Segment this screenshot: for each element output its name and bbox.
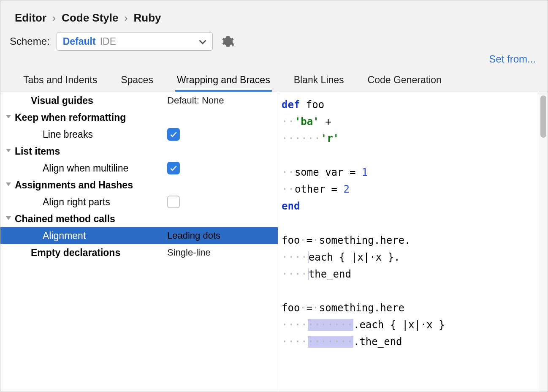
chevron-right-icon: › [52,12,56,24]
scheme-label: Scheme: [10,35,50,47]
tab-spaces[interactable]: Spaces [119,69,155,92]
tab-blank-lines[interactable]: Blank Lines [292,69,346,92]
breadcrumb-ruby[interactable]: Ruby [133,11,161,24]
body: Visual guides Default: None Keep when re… [0,92,548,392]
assignments-hashes-label: Assignments and Hashes [12,180,133,191]
settings-tree: Visual guides Default: None Keep when re… [0,92,278,392]
line-breaks-checkbox[interactable] [167,128,180,141]
alignment-value[interactable]: Leading dots [167,230,273,241]
empty-declarations-label: Empty declarations [12,247,120,259]
keep-reformatting-label: Keep when reformatting [12,112,126,123]
row-chained-method-calls[interactable]: Chained method calls [0,210,278,227]
alignment-label: Alignment [12,230,86,242]
visual-guides-label: Visual guides [12,95,93,106]
row-empty-declarations[interactable]: Empty declarations Single-line [0,244,278,261]
caret-down-icon [0,216,12,221]
row-visual-guides[interactable]: Visual guides Default: None [0,92,278,109]
caret-down-icon [0,182,12,188]
tab-tabs-indents[interactable]: Tabs and Indents [22,69,99,92]
scheme-scope: IDE [100,36,116,47]
align-right-parts-label: Align right parts [12,196,110,208]
tabs: Tabs and Indents Spaces Wrapping and Bra… [0,69,548,92]
preview-pane: def foo ··'ba' + ······'r' ··some_var = … [278,92,548,392]
svg-marker-2 [6,149,11,152]
row-alignment[interactable]: Alignment Leading dots [0,227,278,244]
chevron-right-icon: › [124,12,128,24]
align-multiline-label: Align when multiline [12,163,128,174]
breadcrumb-code-style[interactable]: Code Style [62,11,118,24]
row-line-breaks[interactable]: Line breaks [0,126,278,143]
row-list-items[interactable]: List items [0,143,278,160]
alignment-highlight: ······· [308,336,353,348]
align-right-parts-checkbox[interactable] [167,196,180,208]
chained-method-calls-label: Chained method calls [12,213,115,225]
svg-marker-3 [6,182,11,186]
svg-marker-1 [6,115,11,118]
scheme-select[interactable]: Default IDE [57,32,213,51]
settings-window: Editor › Code Style › Ruby Scheme: Defau… [0,0,548,392]
caret-down-icon [0,115,12,120]
set-from-link[interactable]: Set from... [489,53,536,65]
row-align-multiline[interactable]: Align when multiline [0,160,278,177]
svg-marker-0 [231,44,234,47]
tab-code-generation[interactable]: Code Generation [366,69,443,92]
line-breaks-label: Line breaks [12,129,93,140]
alignment-highlight: ······· [308,319,353,331]
vertical-scrollbar[interactable] [538,92,548,392]
row-assignments-hashes[interactable]: Assignments and Hashes [0,177,278,193]
breadcrumb: Editor › Code Style › Ruby [0,0,548,26]
caret-down-icon [0,149,12,154]
visual-guides-value[interactable]: Default: None [167,95,273,106]
scheme-value: Default [63,36,96,47]
row-keep-reformatting[interactable]: Keep when reformatting [0,109,278,126]
empty-declarations-value[interactable]: Single-line [167,247,273,258]
gear-icon[interactable] [220,33,236,50]
svg-marker-4 [6,216,11,220]
tab-wrapping-braces[interactable]: Wrapping and Braces [175,69,272,92]
setfrom-row: Set from... [0,51,548,69]
align-multiline-checkbox[interactable] [167,162,180,174]
scrollbar-thumb[interactable] [540,95,546,138]
scheme-row: Scheme: Default IDE [0,26,548,51]
row-align-right-parts[interactable]: Align right parts [0,193,278,210]
breadcrumb-editor[interactable]: Editor [15,11,46,24]
chevron-down-icon [199,36,206,47]
list-items-label: List items [12,146,60,157]
code-preview: def foo ··'ba' + ······'r' ··some_var = … [278,92,538,392]
